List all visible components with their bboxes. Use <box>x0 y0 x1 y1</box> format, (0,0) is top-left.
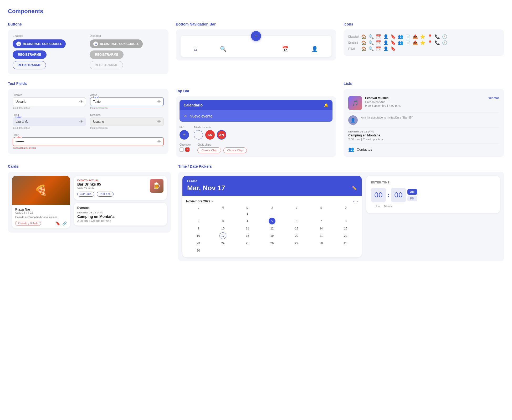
page-title: Components <box>8 8 504 15</box>
profile-nav-icon[interactable]: 👤 <box>311 46 318 54</box>
cal-day[interactable]: 10 <box>219 225 226 232</box>
month-nav-row: Noviembre 2022 ▾ ‹ › <box>186 199 358 204</box>
cal-day[interactable]: 25 <box>244 240 251 247</box>
active-field-label: Active <box>90 94 163 96</box>
texto-field[interactable]: Label 👁 <box>90 98 163 106</box>
search-icon-enabled: 🔍 <box>368 40 374 45</box>
add-user-outline[interactable] <box>194 130 203 140</box>
cal-day[interactable]: 17 <box>219 232 226 239</box>
topbar-title: Top Bar <box>176 89 336 93</box>
cal-day[interactable]: 12 <box>269 225 275 232</box>
eye-icon-enabled[interactable]: 👁 <box>79 100 83 104</box>
edit-date-icon[interactable]: ✏️ <box>352 186 357 191</box>
cal-day[interactable]: 7 <box>318 218 325 224</box>
cal-day[interactable]: 1 <box>244 210 251 217</box>
list-item-ana: 👤 Ana ha aceptado tu invitación a "Bar 8… <box>348 113 499 128</box>
next-month-btn[interactable]: › <box>357 199 358 204</box>
laura-field[interactable]: Label 👁 <box>13 117 86 126</box>
usuario-input[interactable] <box>16 100 79 104</box>
camping-subtitle: 2:00 p.m. | Creado por Ana <box>348 138 499 141</box>
cal-day[interactable]: 20 <box>293 232 300 239</box>
pizza-card: 🍕 Pizza Nar Calle 23 # 7-22 Comida autén… <box>12 176 70 228</box>
cal-day[interactable]: 15 <box>342 225 349 232</box>
checkbox-checked[interactable]: ✓ <box>185 147 190 152</box>
icons-disabled-label: Disabled <box>348 35 359 38</box>
avatar-an-2[interactable]: AN <box>217 130 226 140</box>
close-icon[interactable]: ✕ <box>184 114 187 119</box>
eye-icon-filled[interactable]: 👁 <box>79 120 83 124</box>
icons-filled-set: 🏠 🔍 📅 👤 🔖 <box>361 46 499 51</box>
calendar-nav-icon[interactable]: 📅 <box>282 46 289 54</box>
cal-day[interactable]: 18 <box>244 232 251 239</box>
usuario-field[interactable]: 👁 <box>13 98 86 106</box>
cal-day[interactable]: 19 <box>269 232 275 239</box>
float-label: Label <box>93 96 99 99</box>
cal-day[interactable]: 28 <box>318 240 325 247</box>
exit-icon-enabled: 📤 <box>413 40 418 45</box>
pizza-chip[interactable]: Comida y Bebida <box>15 221 41 226</box>
cal-day[interactable]: 14 <box>318 225 325 232</box>
bookmark-action-icon[interactable]: 🔖 <box>56 221 60 226</box>
outline-btn-enabled[interactable]: REGISTRARME <box>13 61 46 69</box>
pm-button[interactable]: PM <box>407 196 417 201</box>
search-nav-icon[interactable]: 🔍 <box>220 46 227 54</box>
eye-icon-error[interactable]: 👁 <box>157 140 161 144</box>
bar-overline: EVENTO ACTUAL <box>77 179 115 182</box>
cal-day[interactable]: 3 <box>219 218 226 224</box>
topbar-calendar-label: Calendario <box>184 103 203 107</box>
password-input[interactable] <box>16 140 157 144</box>
cal-day[interactable]: 4 <box>244 218 251 224</box>
icons-enabled-set: 🏠 🔍 📅 👤 🔖 👥 📄 📤 ⭐ 📍 📞 🕐 <box>361 40 499 45</box>
eye-icon-active[interactable]: 👁 <box>157 100 161 104</box>
bar-drinks-card: EVENTO ACTUAL Bar Drinks 85 Calle 40 #3-… <box>74 176 167 200</box>
cal-day[interactable]: 6 <box>293 218 300 224</box>
cal-day[interactable]: 27 <box>293 240 300 247</box>
cal-day[interactable]: 5 <box>269 218 275 224</box>
cal-day[interactable]: 13 <box>293 225 300 232</box>
bar-addr: Calle 40 #3-22 <box>77 186 115 189</box>
fab-plus-icon[interactable]: + <box>251 31 261 41</box>
choice-chip-2[interactable]: Choice Chip <box>223 147 247 153</box>
cal-day[interactable]: 16 <box>195 232 202 239</box>
outline-btn-disabled: REGISTRARME <box>90 61 123 69</box>
cal-day[interactable]: 29 <box>342 240 349 247</box>
cal-day[interactable]: 21 <box>318 232 325 239</box>
cal-day[interactable]: 23 <box>195 240 202 247</box>
texto-input[interactable] <box>93 100 157 104</box>
topbar-calendar-row: Calendario 🔔 <box>180 100 333 110</box>
location-icon-disabled: 📍 <box>427 34 433 39</box>
phone-icon-enabled: 📞 <box>435 40 440 45</box>
home-nav-icon[interactable]: ⌂ <box>194 46 197 54</box>
prev-month-btn[interactable]: ‹ <box>353 199 354 204</box>
ver-mas-link[interactable]: Ver más <box>488 96 499 99</box>
disabled-input <box>93 120 157 124</box>
date-main-display: Mar, Nov 17 ✏️ <box>187 184 357 192</box>
cal-day[interactable]: 8 <box>342 218 349 224</box>
cal-day[interactable]: 26 <box>269 240 275 247</box>
am-button[interactable]: AM <box>407 189 417 195</box>
laura-input[interactable] <box>16 120 79 124</box>
pizza-actions: 🔖 🔗 <box>56 221 67 226</box>
bar-tag-time: 9:00 p.m. <box>97 192 114 197</box>
cal-day[interactable]: 22 <box>342 232 349 239</box>
filled-btn-enabled[interactable]: REGISTRARME <box>13 50 47 59</box>
checkbox-unchecked[interactable] <box>180 147 184 152</box>
google-btn-enabled[interactable]: G REGISTRATE CON GOOGLE <box>13 39 66 48</box>
cal-day[interactable]: 11 <box>244 225 251 232</box>
month-dropdown-icon[interactable]: ▾ <box>211 199 213 203</box>
cal-day[interactable]: 24 <box>219 240 226 247</box>
choice-chip-1[interactable]: Choice Chip <box>197 147 221 153</box>
avatar-an-1[interactable]: AN <box>205 130 215 140</box>
share-action-icon[interactable]: 🔗 <box>62 221 67 226</box>
cal-day[interactable]: 2 <box>195 218 202 224</box>
minute-display[interactable]: 00 <box>391 188 406 202</box>
cal-day[interactable]: 30 <box>195 247 202 254</box>
hour-display[interactable]: 00 <box>371 188 386 202</box>
error-float-label: Label <box>15 136 22 139</box>
date-picker-card: FECHA Mar, Nov 17 ✏️ Noviembre 2022 ▾ <box>182 176 362 257</box>
home-icon-disabled: 🏠 <box>361 34 366 39</box>
password-field[interactable]: Label 👁 <box>13 137 164 146</box>
fab-button[interactable]: + <box>180 130 189 140</box>
time-display-row: 00 : 00 AM PM <box>371 188 495 202</box>
cal-day[interactable]: 9 <box>195 225 202 232</box>
